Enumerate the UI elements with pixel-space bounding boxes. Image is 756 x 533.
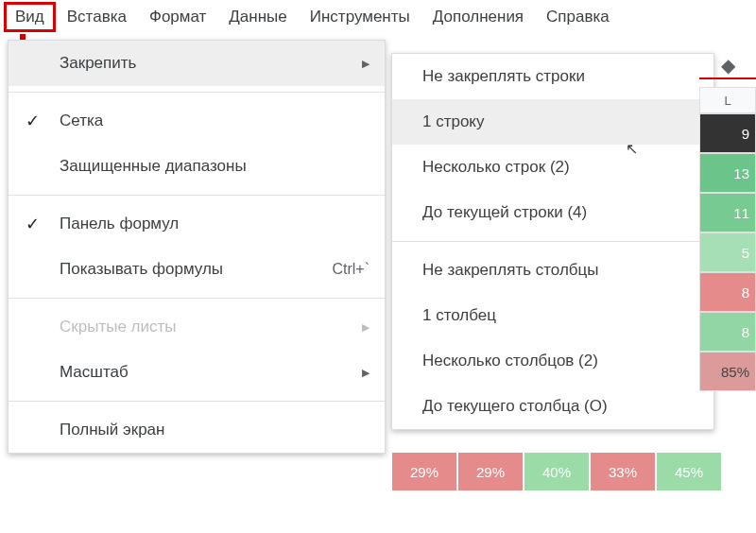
menu-separator xyxy=(9,401,385,402)
column-header[interactable]: L xyxy=(699,87,756,113)
cell[interactable]: 45% xyxy=(656,452,722,491)
menu-item-label: Показывать формулы xyxy=(60,260,332,279)
menu-tools[interactable]: Инструменты xyxy=(299,2,421,32)
menu-addons[interactable]: Дополнения xyxy=(421,2,535,32)
menu-item-label: Не закреплять строки xyxy=(422,67,698,86)
sheet-column: ◆ L 9 13 11 5 8 8 85% xyxy=(699,53,756,391)
menu-item-label: Несколько столбцов (2) xyxy=(422,352,698,370)
submenu-arrow-icon: ▶ xyxy=(362,367,369,379)
freeze-1-row[interactable]: 1 строку xyxy=(392,99,713,145)
menubar: Вид Вставка Формат Данные Инструменты До… xyxy=(0,0,756,34)
cell[interactable]: 29% xyxy=(457,452,524,491)
freeze-several-cols[interactable]: Несколько столбцов (2) xyxy=(392,338,713,384)
menu-insert[interactable]: Вставка xyxy=(56,2,138,32)
paint-format-icon[interactable]: ◆ xyxy=(699,53,756,79)
menu-item-label: Панель формул xyxy=(60,215,369,233)
cell[interactable]: 29% xyxy=(391,452,457,491)
submenu-arrow-icon: ▶ xyxy=(362,321,369,334)
cell[interactable]: 5 xyxy=(699,232,756,272)
menu-item-label: Полный экран xyxy=(60,421,369,439)
menu-item-label: Скрытые листы xyxy=(60,318,362,336)
menu-item-shortcut: Ctrl+` xyxy=(332,261,369,278)
menu-item-label: Закрепить xyxy=(60,54,362,73)
menu-separator xyxy=(9,92,385,93)
freeze-submenu: Не закреплять строки 1 строку Несколько … xyxy=(391,53,714,430)
cell[interactable]: 8 xyxy=(699,272,756,312)
menu-item-label: 1 строку xyxy=(422,112,698,131)
menu-separator xyxy=(9,298,385,299)
menu-item-hidden-sheets: Скрытые листы ▶ xyxy=(9,304,385,350)
menu-item-label: До текущего столбца (O) xyxy=(422,397,698,416)
menu-item-label: Защищенные диапазоны xyxy=(60,157,369,176)
freeze-several-rows[interactable]: Несколько строк (2) xyxy=(392,145,713,190)
cell[interactable]: 9 xyxy=(699,113,756,153)
cell[interactable]: 11 xyxy=(699,193,756,232)
menu-item-label: До текущей строки (4) xyxy=(422,203,698,222)
submenu-arrow-icon: ▶ xyxy=(362,58,369,70)
cell[interactable]: 40% xyxy=(524,452,590,491)
menu-separator xyxy=(9,195,385,196)
menu-item-formula-bar[interactable]: ✓ Панель формул xyxy=(9,201,385,247)
check-icon: ✓ xyxy=(26,214,40,234)
cell[interactable]: 33% xyxy=(590,452,656,491)
cell[interactable]: 13 xyxy=(699,153,756,193)
menu-view[interactable]: Вид xyxy=(4,2,56,32)
menu-item-label: Несколько строк (2) xyxy=(422,158,698,177)
menu-item-show-formulas[interactable]: Показывать формулы Ctrl+` xyxy=(9,247,385,292)
menu-format[interactable]: Формат xyxy=(138,2,217,32)
menu-item-label: Не закреплять столбцы xyxy=(422,261,698,280)
menu-item-protected-ranges[interactable]: Защищенные диапазоны xyxy=(9,144,385,189)
check-icon: ✓ xyxy=(26,111,40,131)
menu-item-fullscreen[interactable]: Полный экран xyxy=(9,407,385,453)
menu-help[interactable]: Справка xyxy=(535,2,621,32)
menu-item-label: 1 столбец xyxy=(422,306,698,325)
view-dropdown: Закрепить ▶ ✓ Сетка Защищенные диапазоны… xyxy=(8,40,386,454)
freeze-no-cols[interactable]: Не закреплять столбцы xyxy=(392,248,713,293)
cell[interactable]: 85% xyxy=(699,352,756,391)
menu-item-label: Масштаб xyxy=(60,363,362,382)
cell[interactable]: 8 xyxy=(699,312,756,352)
menu-item-label: Сетка xyxy=(60,112,369,130)
menu-item-freeze[interactable]: Закрепить ▶ xyxy=(9,41,385,86)
menu-separator xyxy=(392,241,713,242)
freeze-up-to-col[interactable]: До текущего столбца (O) xyxy=(392,384,713,429)
freeze-up-to-row[interactable]: До текущей строки (4) xyxy=(392,190,713,235)
freeze-1-col[interactable]: 1 столбец xyxy=(392,293,713,338)
menu-item-gridlines[interactable]: ✓ Сетка xyxy=(9,98,385,144)
menu-data[interactable]: Данные xyxy=(217,2,298,32)
sheet-row: 29% 29% 40% 33% 45% xyxy=(391,452,722,491)
menu-item-zoom[interactable]: Масштаб ▶ xyxy=(9,350,385,395)
freeze-no-rows[interactable]: Не закреплять строки xyxy=(392,54,713,99)
